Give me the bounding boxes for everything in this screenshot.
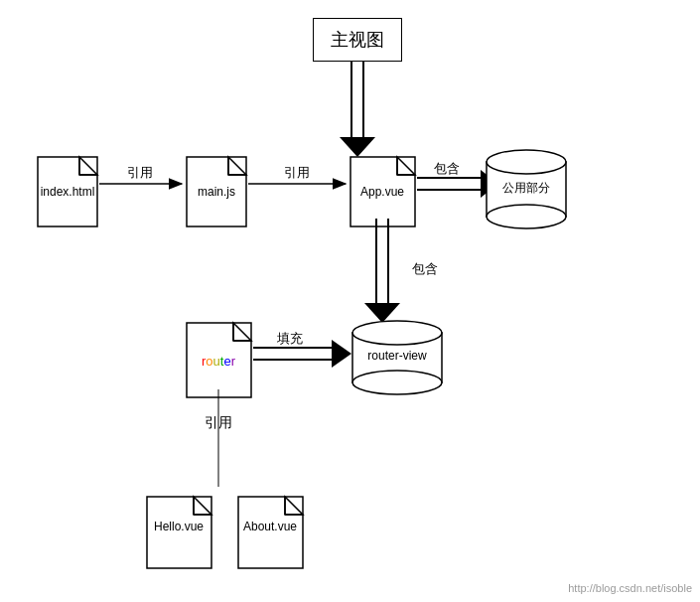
svg-text:引用: 引用	[127, 165, 153, 180]
svg-text:公用部分: 公用部分	[502, 181, 550, 195]
svg-marker-43	[332, 340, 351, 368]
svg-text:main.js: main.js	[198, 185, 235, 199]
svg-text:App.vue: App.vue	[360, 185, 404, 199]
svg-text:填充: 填充	[276, 331, 303, 346]
svg-marker-4	[340, 137, 375, 157]
diagram-svg: index.html 引用 main.js 引用 App.vue	[0, 0, 700, 602]
svg-text:Hello.vue: Hello.vue	[154, 520, 204, 533]
diagram: 主视图 index.html	[0, 0, 700, 602]
svg-point-29	[487, 150, 566, 174]
svg-text:引用: 引用	[284, 165, 310, 180]
svg-text:包含: 包含	[434, 161, 460, 176]
svg-point-30	[487, 205, 566, 228]
svg-point-46	[352, 321, 442, 345]
svg-text:index.html: index.html	[41, 185, 95, 199]
watermark: http://blog.csdn.net/isoble	[568, 582, 692, 594]
svg-text:About.vue: About.vue	[243, 520, 297, 533]
svg-marker-34	[364, 303, 400, 323]
svg-text:router-view: router-view	[367, 349, 427, 363]
svg-text:包含: 包含	[412, 261, 438, 276]
svg-text:router: router	[202, 354, 236, 369]
svg-point-47	[352, 371, 442, 394]
